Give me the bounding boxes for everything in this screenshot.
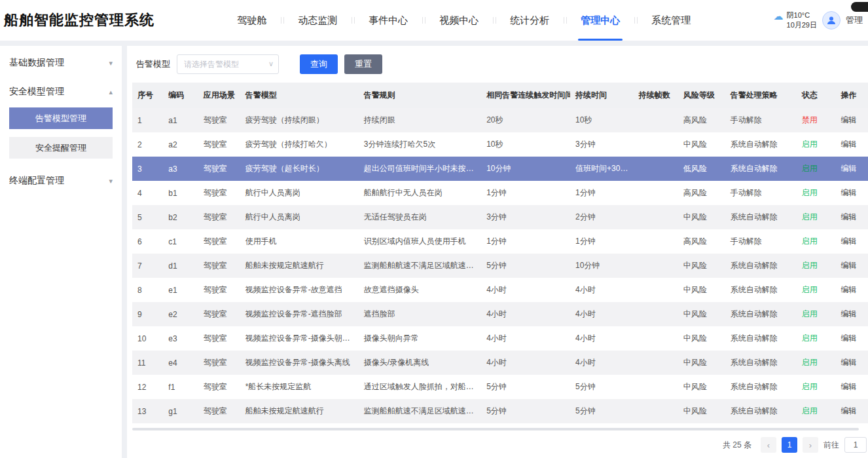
edit-button[interactable]: 编辑 [841,334,857,343]
nav-item-5[interactable]: 管理中心 [566,0,634,41]
edit-button[interactable]: 编辑 [841,358,857,367]
status-badge: 启用 [802,164,818,173]
sidebar-group[interactable]: 基础数据管理▾ [0,48,122,77]
nav-separator [281,17,281,24]
user-avatar[interactable] [822,11,841,29]
nav-separator [634,17,635,24]
column-header: 相同告警连续触发时间间隔 [481,83,570,108]
pagination: 共 25 条 ‹ 1 › 前往 [127,430,868,458]
sidebar-group[interactable]: 终端配置管理▾ [0,166,122,195]
nav-separator [352,17,352,24]
edit-button[interactable]: 编辑 [841,382,857,391]
column-header: 序号 [132,83,163,108]
table-row[interactable]: 8e1驾驶室视频监控设备异常-故意遮挡故意遮挡摄像头4小时4小时中风险系统自动解… [132,278,868,302]
total-count-label: 共 25 条 [723,440,751,451]
alarm-model-table-wrap: 序号编码应用场景告警模型告警规则相同告警连续触发时间间隔持续时间持续帧数风险等级… [127,83,868,423]
chevron-left-icon: ‹ [767,440,770,450]
alarm-model-table: 序号编码应用场景告警模型告警规则相同告警连续触发时间间隔持续时间持续帧数风险等级… [132,83,868,423]
edit-button[interactable]: 编辑 [841,237,857,246]
nav-separator [422,17,423,24]
chevron-down-icon: ∨ [268,60,274,68]
select-placeholder: 请选择告警模型 [184,59,239,70]
column-header: 告警模型 [240,83,359,108]
edit-button[interactable]: 编辑 [841,115,857,124]
sidebar-item[interactable]: 安全提醒管理 [9,137,113,159]
column-header: 告警规则 [359,83,481,108]
table-row[interactable]: 13g1驾驶室船舶未按规定航速航行监测船舶航速不满足区域航速限制规定5分钟5分钟… [132,399,868,423]
sidebar-menu: 基础数据管理▾安全模型管理▴告警模型管理安全提醒管理终端配置管理▾ [0,48,122,195]
edit-button[interactable]: 编辑 [841,164,857,173]
main-content: 告警模型 请选择告警模型 ∨ 查询 重置 序号编码应用场景告警模型告警规则相同告… [127,46,868,458]
search-button[interactable]: 查询 [300,54,338,74]
page-number-button[interactable]: 1 [782,437,797,453]
app-title: 船舶智能监控管理系统 [4,10,154,30]
edit-button[interactable]: 编辑 [841,285,857,294]
nav-separator [564,17,564,24]
filter-bar: 告警模型 请选择告警模型 ∨ 查询 重置 [127,46,868,83]
header-right: ☁ 阴10°C 10月29日 管理 [774,10,863,30]
table-row[interactable]: 4b1驾驶室航行中人员离岗船舶航行中无人员在岗1分钟1分钟高风险手动解除启用编辑 [132,181,868,205]
chevron-right-icon: › [809,440,812,450]
status-badge: 启用 [802,382,818,391]
weather-condition: 阴10°C [787,10,817,20]
sidebar: 基础数据管理▾安全模型管理▴告警模型管理安全提醒管理终端配置管理▾ [0,46,122,458]
table-row[interactable]: 5b2驾驶室航行中人员离岗无适任驾驶员在岗3分钟2分钟中风险系统自动解除启用编辑 [132,205,868,229]
nav-item-6[interactable]: 系统管理 [637,0,705,41]
status-badge: 启用 [802,285,818,294]
nav-item-3[interactable]: 视频中心 [425,0,493,41]
status-badge: 启用 [802,406,818,415]
status-badge: 启用 [802,140,818,149]
column-header: 应用场景 [198,83,240,108]
nav-item-1[interactable]: 动态监测 [283,0,352,41]
table-row[interactable]: 3a3驾驶室疲劳驾驶（超长时长）超出公司值班时间半小时未按规定交接10分钟值班时… [132,157,868,181]
edit-button[interactable]: 编辑 [841,212,857,221]
column-header: 风险等级 [678,83,725,108]
column-header: 持续帧数 [634,83,678,108]
column-header: 告警处理策略 [725,83,797,108]
chevron-down-icon: ▾ [109,59,113,67]
table-body: 1a1驾驶室疲劳驾驶（持续闭眼）持续闭眼20秒10秒高风险手动解除禁用编辑2a2… [132,108,868,423]
weather-widget: ☁ 阴10°C 10月29日 [774,10,817,30]
user-name-label[interactable]: 管理 [846,14,863,26]
edit-button[interactable]: 编辑 [841,309,857,318]
app-header: 船舶智能监控管理系统 驾驶舱动态监测事件中心视频中心统计分析管理中心系统管理 ☁… [0,0,868,41]
cloud-icon: ☁ [774,11,784,21]
weather-date: 10月29日 [787,20,817,30]
edit-button[interactable]: 编辑 [841,188,857,197]
nav-item-4[interactable]: 统计分析 [496,0,564,41]
chevron-up-icon: ▴ [109,88,113,96]
column-header: 编码 [163,83,198,108]
nav-separator [493,17,494,24]
next-page-button[interactable]: › [803,437,818,453]
prev-page-button[interactable]: ‹ [761,437,776,453]
chevron-down-icon: ▾ [109,177,113,185]
status-badge: 禁用 [802,115,818,124]
table-row[interactable]: 1a1驾驶室疲劳驾驶（持续闭眼）持续闭眼20秒10秒高风险手动解除禁用编辑 [132,108,868,132]
status-badge: 启用 [802,237,818,246]
table-row[interactable]: 12f1驾驶室*船长未按规定监航通过区域触发人脸抓拍，对船长身份...5分钟5分… [132,375,868,399]
table-row[interactable]: 11e4驾驶室视频监控设备异常-摄像头离线摄像头/录像机离线4小时4小时中风险系… [132,351,868,375]
edit-button[interactable]: 编辑 [841,140,857,149]
status-badge: 启用 [802,188,818,197]
reset-button[interactable]: 重置 [344,54,382,74]
nav-item-2[interactable]: 事件中心 [354,0,422,41]
goto-label: 前往 [823,440,839,451]
table-row[interactable]: 9e2驾驶室视频监控设备异常-遮挡脸部遮挡脸部4小时4小时中风险系统自动解除启用… [132,302,868,326]
column-header: 状态 [797,83,836,108]
alarm-model-select[interactable]: 请选择告警模型 ∨ [177,54,279,74]
edit-button[interactable]: 编辑 [841,406,857,415]
table-row[interactable]: 6c1驾驶室使用手机识别区域内值班人员使用手机1分钟1分钟高风险手动解除启用编辑 [132,229,868,254]
sidebar-group[interactable]: 安全模型管理▴ [0,77,122,106]
status-badge: 启用 [802,309,818,318]
edit-button[interactable]: 编辑 [841,261,857,270]
page-body: 基础数据管理▾安全模型管理▴告警模型管理安全提醒管理终端配置管理▾ 告警模型 请… [0,46,868,458]
goto-page-input[interactable] [844,437,867,453]
window-control [851,2,868,12]
nav-item-0[interactable]: 驾驶舱 [223,0,281,41]
table-header-row: 序号编码应用场景告警模型告警规则相同告警连续触发时间间隔持续时间持续帧数风险等级… [132,83,868,108]
table-row[interactable]: 10e3驾驶室视频监控设备异常-摄像头朝向异常摄像头朝向异常4小时4小时中风险系… [132,326,868,351]
status-badge: 启用 [802,334,818,343]
sidebar-item[interactable]: 告警模型管理 [9,107,113,129]
table-row[interactable]: 7d1驾驶室船舶未按规定航速航行监测船舶航速不满足区域航速限制规定5分钟10分钟… [132,254,868,278]
table-row[interactable]: 2a2驾驶室疲劳驾驶（持续打哈欠）3分钟连续打哈欠5次10秒3分钟中风险系统自动… [132,132,868,157]
